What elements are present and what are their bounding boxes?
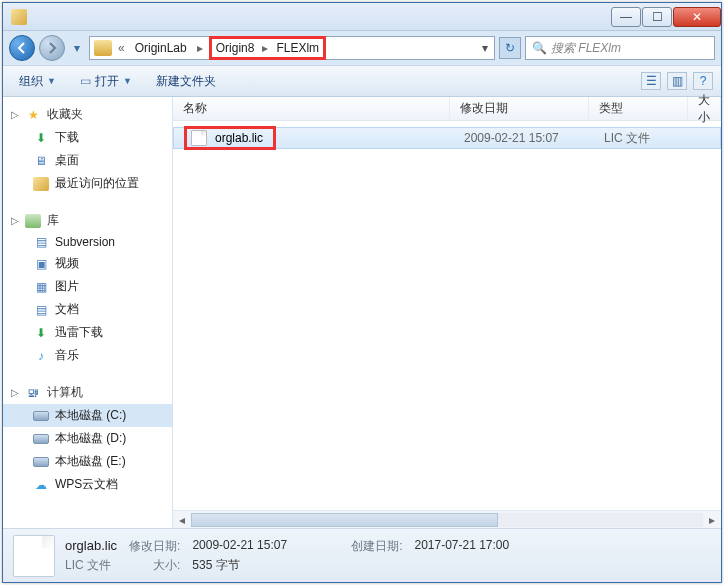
breadcrumb-item[interactable]: Origin8	[212, 39, 259, 57]
chevron-down-icon: ▼	[47, 76, 56, 86]
image-icon: ▦	[33, 280, 49, 294]
sidebar-header-label: 收藏夹	[47, 106, 83, 123]
drive-icon	[33, 434, 49, 444]
sidebar-header-favorites[interactable]: ▷ ★ 收藏夹	[3, 103, 172, 126]
file-list[interactable]: orglab.lic 2009-02-21 15:07 LIC 文件	[173, 121, 721, 510]
minimize-button[interactable]: —	[611, 7, 641, 27]
sidebar-item-label: 视频	[55, 255, 79, 272]
sidebar-header-label: 计算机	[47, 384, 83, 401]
sidebar-item-label: 文档	[55, 301, 79, 318]
back-button[interactable]	[9, 35, 35, 61]
sidebar-item-subversion[interactable]: ▤Subversion	[3, 232, 172, 252]
details-size-value: 535 字节	[192, 557, 239, 574]
sidebar-item-drive-e[interactable]: 本地磁盘 (E:)	[3, 450, 172, 473]
chevron-right-icon: ▸	[193, 41, 207, 55]
sidebar-header-label: 库	[47, 212, 59, 229]
file-icon	[191, 130, 207, 146]
download-icon: ⬇	[33, 326, 49, 340]
sidebar-item-downloads[interactable]: ⬇下载	[3, 126, 172, 149]
scroll-right[interactable]: ▸	[703, 513, 721, 527]
breadcrumb-item[interactable]: OriginLab	[131, 39, 191, 57]
library-icon	[25, 214, 41, 228]
view-button[interactable]: ☰	[641, 72, 661, 90]
column-type[interactable]: 类型	[589, 97, 688, 120]
breadcrumb-item[interactable]: FLEXlm	[272, 39, 323, 57]
download-icon: ⬇	[33, 131, 49, 145]
sidebar-favorites: ▷ ★ 收藏夹 ⬇下载 🖥桌面 最近访问的位置	[3, 103, 172, 195]
sidebar-item-wps-cloud[interactable]: ☁WPS云文档	[3, 473, 172, 496]
forward-button[interactable]	[39, 35, 65, 61]
sidebar-item-drive-d[interactable]: 本地磁盘 (D:)	[3, 427, 172, 450]
recent-icon	[33, 177, 49, 191]
preview-pane-button[interactable]: ▥	[667, 72, 687, 90]
music-icon: ♪	[33, 349, 49, 363]
close-button[interactable]: ✕	[673, 7, 721, 27]
sidebar-item-label: 本地磁盘 (D:)	[55, 430, 126, 447]
sidebar-item-recent[interactable]: 最近访问的位置	[3, 172, 172, 195]
sidebar-header-libraries[interactable]: ▷ 库	[3, 209, 172, 232]
sidebar-item-label: 迅雷下载	[55, 324, 103, 341]
column-size[interactable]: 大小	[688, 97, 721, 120]
open-button[interactable]: ▭ 打开 ▼	[72, 71, 140, 92]
scroll-track[interactable]	[191, 513, 703, 527]
sidebar-item-videos[interactable]: ▣视频	[3, 252, 172, 275]
sidebar-item-xunlei[interactable]: ⬇迅雷下载	[3, 321, 172, 344]
sidebar-item-documents[interactable]: ▤文档	[3, 298, 172, 321]
chevron-down-icon: ▼	[123, 76, 132, 86]
organize-button[interactable]: 组织 ▼	[11, 71, 64, 92]
titlebar: — ☐ ✕	[3, 3, 721, 31]
sidebar-item-drive-c[interactable]: 本地磁盘 (C:)	[3, 404, 172, 427]
column-label: 名称	[183, 100, 207, 117]
folder-icon	[11, 9, 27, 25]
sidebar-header-computer[interactable]: ▷ 🖳 计算机	[3, 381, 172, 404]
highlight-breadcrumb: Origin8 ▸ FLEXlm	[209, 36, 326, 60]
caret-icon: ▷	[11, 387, 19, 398]
star-icon: ★	[25, 108, 41, 122]
search-placeholder: 搜索 FLEXlm	[551, 40, 621, 57]
column-date[interactable]: 修改日期	[450, 97, 589, 120]
history-dropdown[interactable]: ▾	[69, 41, 85, 55]
sidebar-item-label: 图片	[55, 278, 79, 295]
sidebar-item-label: 下载	[55, 129, 79, 146]
refresh-button[interactable]: ↻	[499, 37, 521, 59]
details-pane: orglab.lic 修改日期: 2009-02-21 15:07 创建日期: …	[3, 528, 721, 582]
details-filename: orglab.lic	[65, 538, 117, 555]
column-name[interactable]: 名称	[173, 97, 450, 120]
file-name: orglab.lic	[215, 131, 263, 145]
breadcrumb-prefix: «	[114, 41, 129, 55]
new-folder-label: 新建文件夹	[156, 73, 216, 90]
sidebar-item-label: Subversion	[55, 235, 115, 249]
file-date: 2009-02-21 15:07	[454, 131, 594, 145]
video-icon: ▣	[33, 257, 49, 271]
content: ▷ ★ 收藏夹 ⬇下载 🖥桌面 最近访问的位置 ▷ 库 ▤Subversion …	[3, 97, 721, 528]
scroll-left[interactable]: ◂	[173, 513, 191, 527]
breadcrumb[interactable]: « OriginLab ▸ Origin8 ▸ FLEXlm ▾	[89, 36, 495, 60]
sidebar-item-label: 最近访问的位置	[55, 175, 139, 192]
drive-icon	[33, 457, 49, 467]
sidebar: ▷ ★ 收藏夹 ⬇下载 🖥桌面 最近访问的位置 ▷ 库 ▤Subversion …	[3, 97, 173, 528]
horizontal-scrollbar[interactable]: ◂ ▸	[173, 510, 721, 528]
sidebar-item-label: WPS云文档	[55, 476, 118, 493]
sidebar-item-music[interactable]: ♪音乐	[3, 344, 172, 367]
details-create-value: 2017-07-21 17:00	[414, 538, 509, 555]
highlight-file: orglab.lic	[184, 126, 276, 150]
new-folder-button[interactable]: 新建文件夹	[148, 71, 224, 92]
toolbar-right: ☰ ▥ ?	[641, 72, 713, 90]
open-label: 打开	[95, 73, 119, 90]
maximize-button[interactable]: ☐	[642, 7, 672, 27]
sidebar-item-pictures[interactable]: ▦图片	[3, 275, 172, 298]
scroll-thumb[interactable]	[191, 513, 498, 527]
file-area: 名称 修改日期 类型 大小 orglab.lic 2009-02-21 15:0…	[173, 97, 721, 528]
sidebar-item-label: 音乐	[55, 347, 79, 364]
help-button[interactable]: ?	[693, 72, 713, 90]
caret-icon: ▷	[11, 109, 19, 120]
nav-row: ▾ « OriginLab ▸ Origin8 ▸ FLEXlm ▾ ↻ 🔍 搜…	[3, 31, 721, 65]
file-row[interactable]: orglab.lic 2009-02-21 15:07 LIC 文件	[173, 127, 721, 149]
sidebar-item-desktop[interactable]: 🖥桌面	[3, 149, 172, 172]
breadcrumb-dropdown[interactable]: ▾	[480, 41, 490, 55]
file-large-icon	[13, 535, 55, 577]
search-input[interactable]: 🔍 搜索 FLEXlm	[525, 36, 715, 60]
sidebar-libraries: ▷ 库 ▤Subversion ▣视频 ▦图片 ▤文档 ⬇迅雷下载 ♪音乐	[3, 209, 172, 367]
explorer-window: — ☐ ✕ ▾ « OriginLab ▸ Origin8 ▸ FLEXlm ▾…	[2, 2, 722, 583]
details-size-label: 大小:	[153, 557, 180, 574]
